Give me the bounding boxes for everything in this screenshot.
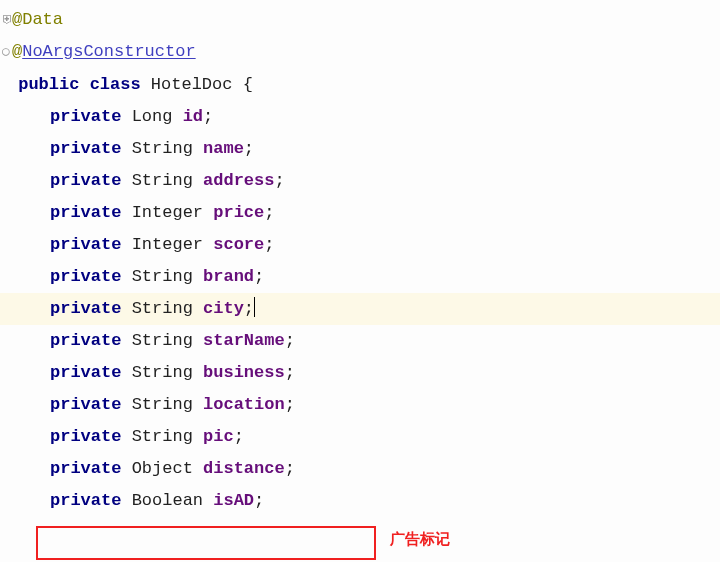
field-type: Integer xyxy=(132,203,203,222)
semicolon: ; xyxy=(234,427,244,446)
field-name: starName xyxy=(203,331,285,350)
field-type: Object xyxy=(132,459,193,478)
annotation-line: ⛨@Data xyxy=(0,4,720,36)
annotation-noargs-link[interactable]: NoArgsConstructor xyxy=(22,43,195,62)
field-name: business xyxy=(203,363,285,382)
field-line: private Integer score; xyxy=(0,229,720,261)
field-line: private String city; xyxy=(0,293,720,325)
field-line: private String starName; xyxy=(0,325,720,357)
field-name: price xyxy=(213,203,264,222)
field-line: private String name; xyxy=(0,133,720,165)
annotation-at: @ xyxy=(12,43,22,62)
class-declaration: public class HotelDoc { xyxy=(0,69,720,101)
field-line: private Object distance; xyxy=(0,453,720,485)
field-line: private String brand; xyxy=(0,261,720,293)
keyword-private: private xyxy=(50,139,121,158)
keyword-private: private xyxy=(50,267,121,286)
semicolon: ; xyxy=(285,363,295,382)
field-type: String xyxy=(132,267,193,286)
keyword-private: private xyxy=(50,235,121,254)
keyword-private: private xyxy=(50,331,121,350)
highlight-box xyxy=(36,526,376,560)
field-line: private String business; xyxy=(0,357,720,389)
keyword-private: private xyxy=(50,491,121,510)
field-name: isAD xyxy=(213,491,254,510)
red-annotation-text: 广告标记 xyxy=(390,530,450,549)
keyword-private: private xyxy=(50,203,121,222)
semicolon: ; xyxy=(285,459,295,478)
field-type: String xyxy=(132,427,193,446)
open-brace: { xyxy=(243,75,253,94)
semicolon: ; xyxy=(285,331,295,350)
semicolon: ; xyxy=(285,395,295,414)
field-name: distance xyxy=(203,459,285,478)
keyword-private: private xyxy=(50,395,121,414)
field-type: String xyxy=(132,299,193,318)
keyword-private: private xyxy=(50,363,121,382)
annotation-line: ◯@NoArgsConstructor xyxy=(0,36,720,68)
field-name: id xyxy=(183,107,203,126)
field-name: location xyxy=(203,395,285,414)
field-name: name xyxy=(203,139,244,158)
field-line: private Integer price; xyxy=(0,197,720,229)
field-line: private String pic; xyxy=(0,421,720,453)
field-name: address xyxy=(203,171,274,190)
field-name: city xyxy=(203,299,244,318)
field-type: Boolean xyxy=(132,491,203,510)
field-line: private Long id; xyxy=(0,101,720,133)
field-type: Integer xyxy=(132,235,203,254)
keyword-private: private xyxy=(50,299,121,318)
gutter-shield-icon: ⛨ xyxy=(2,4,12,36)
field-type: String xyxy=(132,139,193,158)
field-line: private Boolean isAD; xyxy=(0,485,720,517)
semicolon: ; xyxy=(254,491,264,510)
text-cursor xyxy=(254,297,255,317)
field-line: private String address; xyxy=(0,165,720,197)
semicolon: ; xyxy=(244,139,254,158)
keyword-class: class xyxy=(90,75,141,94)
field-name: pic xyxy=(203,427,234,446)
semicolon: ; xyxy=(244,299,254,318)
field-name: score xyxy=(213,235,264,254)
keyword-private: private xyxy=(50,459,121,478)
semicolon: ; xyxy=(264,203,274,222)
keyword-public: public xyxy=(18,75,79,94)
code-block: ⛨@Data ◯@NoArgsConstructor public class … xyxy=(0,0,720,517)
gutter-circle-icon: ◯ xyxy=(2,36,12,68)
field-type: Long xyxy=(132,107,173,126)
keyword-private: private xyxy=(50,427,121,446)
field-type: String xyxy=(132,331,193,350)
field-type: String xyxy=(132,363,193,382)
field-type: String xyxy=(132,395,193,414)
field-name: brand xyxy=(203,267,254,286)
field-line: private String location; xyxy=(0,389,720,421)
class-name: HotelDoc xyxy=(151,75,233,94)
semicolon: ; xyxy=(203,107,213,126)
semicolon: ; xyxy=(254,267,264,286)
annotation-data: @Data xyxy=(12,10,63,29)
semicolon: ; xyxy=(274,171,284,190)
keyword-private: private xyxy=(50,171,121,190)
semicolon: ; xyxy=(264,235,274,254)
field-type: String xyxy=(132,171,193,190)
keyword-private: private xyxy=(50,107,121,126)
